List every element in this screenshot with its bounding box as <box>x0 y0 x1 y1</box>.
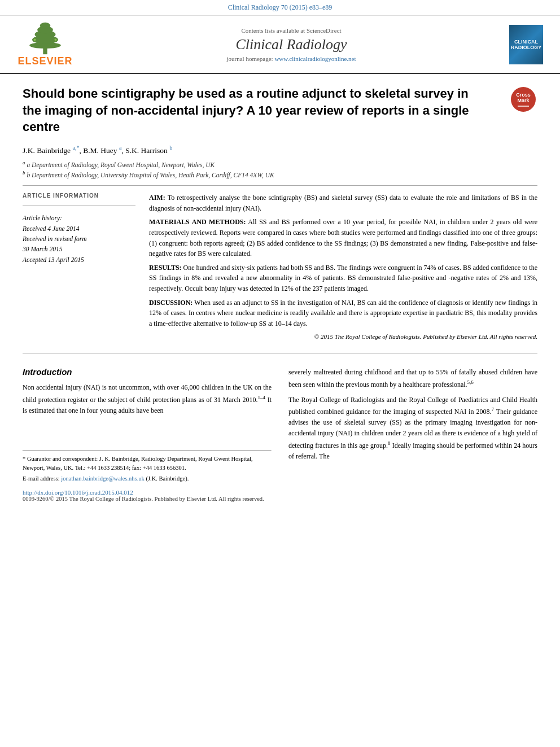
intro-left-text: Non accidental injury (NAI) is not uncom… <box>23 382 272 416</box>
homepage-link[interactable]: www.clinicalradiologyonline.net <box>274 55 356 62</box>
svg-text:Cross: Cross <box>516 92 531 98</box>
abstract-methods: MATERIALS AND METHODS: All SS and BS per… <box>149 217 537 259</box>
journal-center: Contents lists available at ScienceDirec… <box>79 27 504 62</box>
svg-point-5 <box>40 23 50 29</box>
intro-title: Introduction <box>23 367 272 377</box>
svg-point-6 <box>34 38 36 41</box>
article-info-col: ARTICLE INFORMATION Article history: Rec… <box>23 193 135 342</box>
abstract-discussion: DISCUSSION: When used as an adjunct to S… <box>149 298 537 329</box>
brand-logo-box: CLINICALRADIOLOGY <box>509 25 543 64</box>
elsevier-tree-icon <box>23 21 68 55</box>
abstract-col: AIM: To retrospectively analyse the bone… <box>149 193 537 342</box>
info-divider <box>23 206 135 206</box>
footnote-area: * Guarantor and correspondent: J. K. Bai… <box>23 450 272 502</box>
elsevier-logo: ELSEVIER <box>11 21 79 67</box>
intro-right-text: severely maltreated during childhood and… <box>288 367 537 462</box>
main-content: Should bone scintigraphy be used as a ro… <box>0 74 560 513</box>
received-date: Received 4 June 2014 <box>23 224 135 234</box>
content-divider <box>23 353 537 353</box>
affiliation-b: b b Department of Radiology, University … <box>23 170 537 178</box>
revised-date: 30 March 2015 <box>23 244 135 254</box>
svg-point-7 <box>55 38 57 41</box>
intro-section: Introduction Non accidental injury (NAI)… <box>23 367 537 502</box>
top-bar: Clinical Radiology 70 (2015) e83–e89 <box>0 0 560 16</box>
elsevier-brand: ELSEVIER <box>18 55 72 67</box>
info-abstract-section: ARTICLE INFORMATION Article history: Rec… <box>23 193 537 342</box>
history-label: Article history: <box>23 213 135 223</box>
article-title-section: Should bone scintigraphy be used as a ro… <box>23 85 537 136</box>
journal-header: ELSEVIER Contents lists available at Sci… <box>0 16 560 74</box>
footnote-divider <box>23 450 272 451</box>
intro-right-col: severely maltreated during childhood and… <box>288 367 537 502</box>
svg-text:Mark: Mark <box>517 98 530 103</box>
journal-title-display: Clinical Radiology <box>79 36 504 53</box>
affiliation-a: a a Department of Radiology, Royal Gwent… <box>23 160 537 168</box>
homepage-line: journal homepage: www.clinicalradiologyo… <box>79 55 504 62</box>
issn-line: 0009-9260/© 2015 The Royal College of Ra… <box>23 496 272 502</box>
received-revised-label: Received in revised form <box>23 234 135 244</box>
email-link[interactable]: jonathan.bainbridge@wales.nhs.uk <box>61 475 145 482</box>
intro-left-col: Introduction Non accidental injury (NAI)… <box>23 367 272 502</box>
authors: J.K. Bainbridge a,*, B.M. Huey a, S.K. H… <box>23 145 537 155</box>
journal-logo-right: CLINICALRADIOLOGY <box>504 25 549 64</box>
doi-line[interactable]: http://dx.doi.org/10.1016/j.crad.2015.04… <box>23 489 272 496</box>
sciencedirect-line: Contents lists available at ScienceDirec… <box>79 27 504 34</box>
accepted-date: Accepted 13 April 2015 <box>23 255 135 265</box>
article-info-label: ARTICLE INFORMATION <box>23 193 135 199</box>
journal-citation: Clinical Radiology 70 (2015) e83–e89 <box>228 3 333 11</box>
guarantor-note: * Guarantor and correspondent: J. K. Bai… <box>23 455 272 483</box>
intro-body: Introduction Non accidental injury (NAI)… <box>23 367 537 502</box>
article-history: Article history: Received 4 June 2014 Re… <box>23 213 135 265</box>
abstract-results: RESULTS: One hundred and sixty-six patie… <box>149 263 537 294</box>
crossmark-icon[interactable]: Cross Mark <box>509 85 537 113</box>
article-title: Should bone scintigraphy be used as a ro… <box>23 85 474 136</box>
section-divider <box>23 185 537 186</box>
abstract-aim: AIM: To retrospectively analyse the bone… <box>149 193 537 213</box>
copyright-line: © 2015 The Royal College of Radiologists… <box>149 332 537 342</box>
abstract-text: AIM: To retrospectively analyse the bone… <box>149 193 537 342</box>
